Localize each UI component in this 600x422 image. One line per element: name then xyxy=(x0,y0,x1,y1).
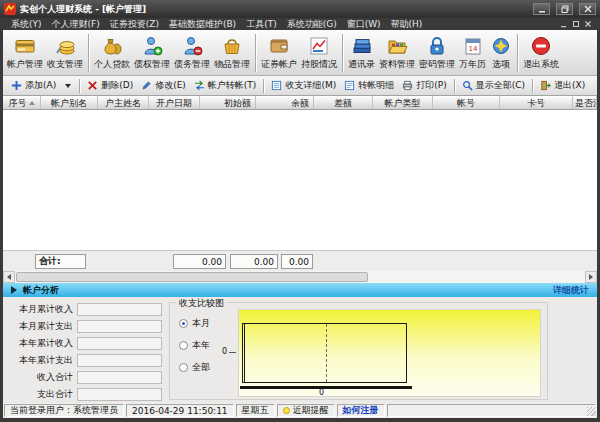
radio-this-year[interactable]: 本年 xyxy=(179,339,210,352)
menu-help[interactable]: 帮助(H) xyxy=(386,18,428,31)
delete-button[interactable]: 删除(D) xyxy=(83,78,137,93)
year-expense-field[interactable] xyxy=(77,354,162,367)
show-all-button[interactable]: 显示全部(C) xyxy=(458,78,529,93)
year-income-label: 本年累计收入 xyxy=(5,337,73,350)
column-header-cancelled[interactable]: 是否注销 xyxy=(573,96,597,110)
expense-total-field[interactable] xyxy=(77,388,162,401)
modify-button[interactable]: 修改(E) xyxy=(137,78,190,93)
toolbar-password-management[interactable]: 密码管理 xyxy=(417,32,457,74)
toolbar-label: 持股情况 xyxy=(301,58,337,71)
mdi-minimize-icon[interactable] xyxy=(560,20,568,28)
delete-label: 删除(D) xyxy=(101,79,133,92)
column-header-alias[interactable]: 帐户别名 xyxy=(41,96,98,110)
totals-initial-field[interactable]: 0.00 xyxy=(173,254,226,269)
income-expense-detail-label: 收支详细(M) xyxy=(285,79,336,92)
reminder-segment[interactable]: 近期提醒 xyxy=(277,404,335,417)
month-income-field[interactable] xyxy=(77,303,162,316)
stock-chart-icon xyxy=(308,35,330,57)
column-header-balance[interactable]: 余额 xyxy=(256,96,314,110)
detailed-statistics-link[interactable]: 详细统计 xyxy=(553,284,589,297)
column-header-open-date[interactable]: 开户日期 xyxy=(149,96,200,110)
exit-button[interactable]: 退出(X) xyxy=(536,78,589,93)
modify-label: 修改(E) xyxy=(155,79,186,92)
column-header-account-type[interactable]: 帐户类型 xyxy=(373,96,433,110)
toolbar-securities-account[interactable]: 证券帐户 xyxy=(259,32,299,74)
radio-this-month[interactable]: 本月 xyxy=(179,317,210,330)
chart-zero-dashed-line xyxy=(326,324,327,382)
add-icon xyxy=(11,80,22,91)
toolbar-label: 债务管理 xyxy=(174,58,210,71)
account-transfer-button[interactable]: 帐户转帐(T) xyxy=(190,78,261,93)
totals-difference-field[interactable]: 0.00 xyxy=(281,254,313,269)
toolbar-income-expense[interactable]: 收支管理 xyxy=(45,32,85,74)
toolbar-item-management[interactable]: 物品管理 xyxy=(212,32,252,74)
menu-system-functions[interactable]: 系统功能(G) xyxy=(282,18,342,31)
toolbar-data-management[interactable]: 资料管理 xyxy=(377,32,417,74)
menu-system[interactable]: 系统(Y) xyxy=(6,18,47,31)
datetime-text: 2016-04-29 11:50:11 xyxy=(132,406,228,416)
toolbar-account-management[interactable]: 帐户管理 xyxy=(5,32,45,74)
toolbar-stock-holdings[interactable]: 持股情况 xyxy=(299,32,339,74)
column-header-account-number[interactable]: 帐号 xyxy=(433,96,500,110)
print-button[interactable]: 打印(P) xyxy=(398,78,450,93)
action-separator xyxy=(79,79,80,93)
menu-personal-finance[interactable]: 个人理财(F) xyxy=(47,18,105,31)
account-analysis-bar[interactable]: 帐户分析 详细统计 xyxy=(3,283,597,297)
restore-button[interactable] xyxy=(556,3,573,15)
year-income-field[interactable] xyxy=(77,337,162,350)
show-all-label: 显示全部(C) xyxy=(476,79,525,92)
mdi-close-icon[interactable] xyxy=(584,20,592,28)
radio-all-circle[interactable] xyxy=(179,363,188,372)
column-header-card-number[interactable]: 卡号 xyxy=(500,96,573,110)
transfer-detail-button[interactable]: 转帐明细 xyxy=(340,78,398,93)
menu-securities[interactable]: 证券投资(Z) xyxy=(105,18,164,31)
toolbar-debt-management[interactable]: 债务管理 xyxy=(172,32,212,74)
scrollbar-thumb[interactable] xyxy=(16,272,368,282)
close-icon xyxy=(584,5,592,13)
totals-row: 合计: 0.00 0.00 0.00 xyxy=(3,250,597,271)
month-expense-field[interactable] xyxy=(77,320,162,333)
minimize-button[interactable] xyxy=(533,3,550,15)
register-segment[interactable]: 如何注册 xyxy=(337,404,385,417)
column-header-seq[interactable]: 序号 xyxy=(3,96,41,110)
close-button[interactable] xyxy=(579,3,596,15)
toolbar-calendar[interactable]: 14 万年历 xyxy=(457,32,488,74)
menu-tools[interactable]: 工具(T) xyxy=(241,18,282,31)
column-header-initial[interactable]: 初始额 xyxy=(200,96,256,110)
toolbar-address-book[interactable]: 通讯录 xyxy=(346,32,377,74)
add-dropdown-arrow[interactable] xyxy=(65,84,71,88)
comparison-chart-groupbox: 收支比较图 本月 本年 全部 0 0 xyxy=(169,302,548,400)
mdi-restore-icon[interactable] xyxy=(572,20,580,28)
column-header-difference[interactable]: 差额 xyxy=(314,96,373,110)
lock-icon xyxy=(426,35,448,57)
resize-grip-icon[interactable] xyxy=(587,407,596,416)
menu-basic-data[interactable]: 基础数据维护(B) xyxy=(164,18,241,31)
print-icon xyxy=(402,80,413,91)
toolbar-label: 万年历 xyxy=(459,58,486,71)
how-to-register-link[interactable]: 如何注册 xyxy=(343,404,379,417)
toolbar-options[interactable]: 选项 xyxy=(488,32,514,74)
income-expense-detail-button[interactable]: 收支详细(M) xyxy=(267,78,340,93)
table-body[interactable] xyxy=(3,110,597,250)
toolbar-personal-loan[interactable]: 个人贷款 xyxy=(92,32,132,74)
toolbar-exit-system[interactable]: 退出系统 xyxy=(521,32,561,74)
totals-balance-field[interactable]: 0.00 xyxy=(230,254,278,269)
column-header-owner[interactable]: 户主姓名 xyxy=(98,96,149,110)
horizontal-scrollbar[interactable] xyxy=(3,271,597,283)
action-toolbar: 添加(A) 删除(D) 修改(E) 帐户转帐(T) 收支详细(M) xyxy=(3,76,597,96)
radio-all-label: 全部 xyxy=(192,361,210,374)
income-total-field[interactable] xyxy=(77,371,162,384)
radio-this-year-circle[interactable] xyxy=(179,341,188,350)
scroll-right-arrow[interactable] xyxy=(585,271,597,283)
scroll-left-arrow[interactable] xyxy=(3,271,15,283)
toolbar-label: 密码管理 xyxy=(419,58,455,71)
radio-all[interactable]: 全部 xyxy=(179,361,210,374)
basket-icon xyxy=(221,35,243,57)
menu-bar: 系统(Y) 个人理财(F) 证券投资(Z) 基础数据维护(B) 工具(T) 系统… xyxy=(0,18,600,30)
radio-this-month-circle[interactable] xyxy=(179,319,188,328)
datetime-segment: 2016-04-29 11:50:11 xyxy=(126,404,234,417)
add-button[interactable]: 添加(A) xyxy=(7,78,60,93)
menu-window[interactable]: 窗口(W) xyxy=(342,18,386,31)
main-toolbar: 帐户管理 收支管理 个人贷款 xyxy=(3,30,597,76)
toolbar-creditor-management[interactable]: 债权管理 xyxy=(132,32,172,74)
